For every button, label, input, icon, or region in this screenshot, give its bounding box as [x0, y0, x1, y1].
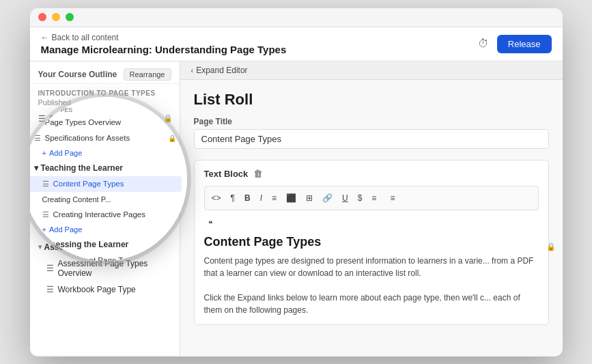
text-block-header: Text Block 🗑 [204, 169, 539, 179]
page-icon: ☰ [46, 264, 54, 273]
list-button[interactable]: ≡ [268, 189, 281, 207]
paragraph-button[interactable]: ¶ [227, 189, 239, 207]
plus-icon: + [38, 146, 43, 156]
text-block-label: Text Block [204, 169, 249, 179]
add-page-button-2[interactable]: + Add Page [30, 224, 180, 239]
italic-button[interactable]: I [256, 189, 266, 207]
add-page-button[interactable]: + Add Page [30, 143, 180, 158]
sidebar-item-creating-content[interactable]: Creating Content P... 🔒 [30, 191, 180, 208]
content-body-1: Content page types are designed to prese… [204, 255, 539, 279]
assessing-group-header[interactable]: ▾ Assessing the Learner 🔒 [30, 239, 180, 255]
sidebar-item-label: Creating Content P... [51, 195, 126, 204]
title-bar [30, 8, 563, 27]
delete-icon[interactable]: 🗑 [253, 169, 262, 179]
lock-icon: 🔒 [163, 195, 173, 204]
page-icon: ☰ [46, 285, 54, 294]
add-page-label: Add Page [46, 146, 82, 156]
teaching-group-header[interactable]: ▾ Teaching the Learner [30, 158, 180, 175]
header-right: ⏱ Release [478, 35, 552, 53]
sidebar-header: Your Course Outline Rearrange [30, 61, 180, 84]
link-button[interactable]: 🔗 [318, 189, 337, 207]
back-text: Back to all content [52, 33, 119, 42]
sidebar-item-overview[interactable]: ☰ Page Types Overview 🔒 [30, 111, 180, 127]
sidebar-item-workbook[interactable]: ☰ Workbook Page Type [30, 281, 180, 298]
history-icon[interactable]: ⏱ [478, 38, 489, 50]
sidebar-item-label: Content Page Types [58, 178, 132, 188]
editor-content: List Roll Page Title Content Page Types … [180, 80, 563, 336]
strikethrough-button[interactable]: $ [354, 189, 367, 207]
course-outline-label: Your Course Outline [38, 70, 117, 79]
sidebar-item-assessment-overview[interactable]: ☰ Assessment Page Types Overview [30, 255, 180, 281]
align-button[interactable]: ≡ [367, 189, 380, 207]
page-title-label: Page Title [194, 117, 549, 126]
more-button[interactable]: ≡ [386, 191, 399, 205]
sidebar: Your Course Outline Rearrange INTRODUCTI… [30, 61, 180, 355]
content-body-2: Click the Expand links below to learn mo… [204, 292, 539, 316]
published-label: Published [30, 98, 180, 111]
group-label: Teaching the Learner [44, 162, 126, 171]
expand-editor-button[interactable]: ‹ Expand Editor [191, 66, 248, 75]
sidebar-item-content-page-types[interactable]: ☰ Content Page Types [30, 175, 180, 191]
block-quote-button[interactable]: ❝ [204, 217, 216, 231]
editor-area: ‹ Expand Editor List Roll Page Title Con… [180, 61, 563, 355]
sidebar-item-label: Creating Interactive Pages [66, 211, 163, 221]
text-block-container: Text Block 🗑 <> ¶ B I ≡ ⬛ ⊞ 🔗 U $ [194, 160, 549, 325]
image-button[interactable]: ⬛ [282, 189, 300, 207]
list-roll-title: List Roll [194, 91, 549, 109]
page-title: Manage Microlearning: Understanding Page… [41, 44, 287, 55]
close-button[interactable] [38, 13, 46, 21]
sidebar-item-label: Workbook Page Type [58, 285, 136, 294]
fullscreen-button[interactable] [66, 13, 74, 21]
page-title-input[interactable]: Content Page Types [194, 129, 549, 149]
section-label: INTRODUCTION TO PAGE TYPES [30, 84, 180, 98]
add-page-label: Add Page [54, 227, 90, 236]
sidebar-item-label: Assessment Page Types Overview [58, 259, 171, 278]
chevron-down-icon: ▾ [38, 243, 42, 251]
code-button[interactable]: <> [208, 189, 225, 207]
table-button[interactable]: ⊞ [302, 189, 317, 207]
sidebar-item-interactive-pages[interactable]: ☰ Creating Interactive Pages [30, 208, 180, 224]
rich-text-toolbar: <> ¶ B I ≡ ⬛ ⊞ 🔗 U $ ≡ ≡ [204, 186, 539, 210]
page-icon: ☰ [46, 178, 54, 188]
rearrange-button[interactable]: Rearrange [124, 68, 171, 81]
back-arrow-icon: ← [41, 33, 49, 42]
content-heading: Content Page Types [204, 235, 539, 249]
chevron-down-icon: ▾ [38, 163, 42, 170]
lock-icon: 🔒 [163, 114, 173, 123]
sidebar-item-label: Page Types Overview [50, 114, 130, 124]
release-button[interactable]: Release [497, 35, 552, 53]
lock-icon: 🔒 [163, 130, 173, 139]
header-left: ← Back to all content Manage Microlearni… [41, 33, 287, 55]
page-icon: ☰ [38, 114, 46, 124]
group-label: Assessing the Learner [44, 242, 132, 252]
sidebar-item-label: Specifications for Assets [50, 130, 139, 140]
back-link[interactable]: ← Back to all content [41, 33, 287, 42]
main-layout: Your Course Outline Rearrange INTRODUCTI… [30, 61, 563, 355]
plus-icon: + [46, 227, 51, 236]
minimize-button[interactable] [52, 13, 60, 21]
app-header: ← Back to all content Manage Microlearni… [30, 27, 563, 61]
sidebar-item-specs[interactable]: ☰ Specifications for Assets 🔒 [30, 127, 180, 143]
page-icon: ☰ [38, 130, 46, 140]
page-icon: ☰ [55, 211, 62, 221]
expand-icon: ‹ [191, 66, 194, 74]
underline-button[interactable]: U [338, 189, 352, 207]
editor-toolbar: ‹ Expand Editor [180, 61, 563, 80]
bold-button[interactable]: B [240, 189, 255, 207]
expand-editor-label: Expand Editor [196, 66, 247, 75]
